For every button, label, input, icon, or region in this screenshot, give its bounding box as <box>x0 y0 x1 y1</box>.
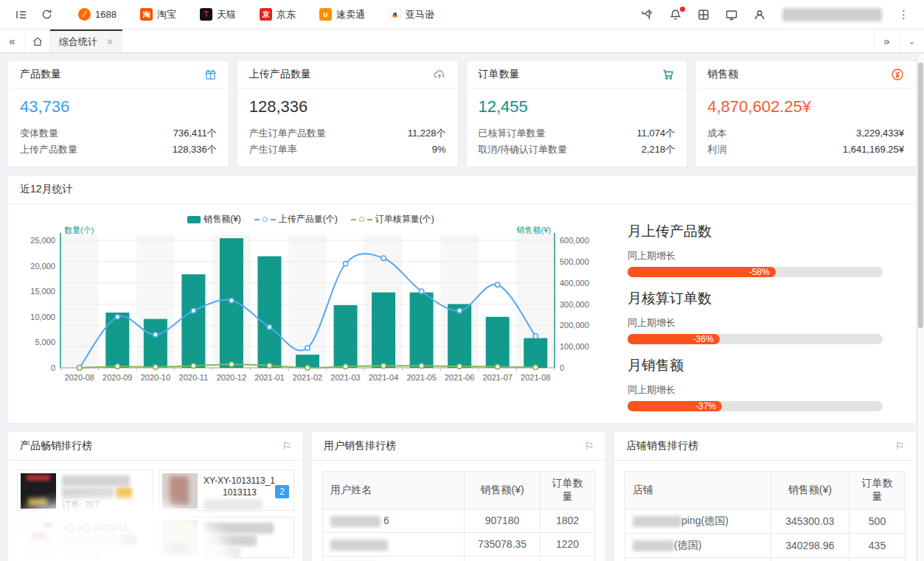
growth-label: 同上期增长 <box>628 316 883 330</box>
table-row[interactable]: WU(德国) 209001.85 266 <box>625 558 906 561</box>
flag-icon[interactable]: ⚐ <box>282 440 291 452</box>
svg-text:500,000: 500,000 <box>560 257 589 266</box>
stat-row-value: 11,228个 <box>408 125 446 142</box>
scrollbar-thumb[interactable] <box>918 63 923 328</box>
svg-text:400,000: 400,000 <box>560 279 589 288</box>
user-sales: 603264.13 <box>464 556 540 561</box>
table-row[interactable]: 735078.35 1220 <box>323 532 595 556</box>
double-chevron-left-icon[interactable]: « <box>0 29 25 52</box>
tab-aliexpress[interactable]: ∪ 速卖通 <box>308 0 377 29</box>
growth-bar-sales: -37% <box>628 401 883 411</box>
monitor-icon[interactable] <box>719 2 744 27</box>
chevron-down-icon[interactable]: ⌄ <box>899 29 924 52</box>
shop-orders: 435 <box>849 534 905 558</box>
stat-card-sales: 销售额 4,870,602.25¥ 成本3,229,433¥ 利润1,641,1… <box>695 60 917 167</box>
notification-bell-icon[interactable] <box>663 2 688 27</box>
stat-row-label: 已核算订单数量 <box>479 125 546 142</box>
legend-item[interactable]: 上传产品量(个) <box>254 213 338 226</box>
shop-name: (德国) <box>674 539 701 551</box>
product-card[interactable] <box>159 517 294 558</box>
stat-row-label: 产生订单率 <box>249 142 297 158</box>
marketplace-tabs: ⁄ 1688 淘 淘宝 T 天猫 京 京东 ∪ 速卖通 a 亚马逊 <box>66 0 446 29</box>
tab-taobao[interactable]: 淘 淘宝 <box>128 0 188 29</box>
svg-text:200,000: 200,000 <box>560 321 589 330</box>
user-name: 6 <box>383 515 389 526</box>
svg-text:2021-02: 2021-02 <box>293 373 322 382</box>
stat-row-value: 736,411个 <box>173 125 217 142</box>
tab-amazon[interactable]: a 亚马逊 <box>377 0 446 29</box>
stat-row-value: 2,218个 <box>642 142 675 158</box>
svg-text:2021-06: 2021-06 <box>445 373 474 382</box>
tab-jd[interactable]: 京 京东 <box>248 0 308 29</box>
product-sku-sub: 1013113 <box>223 487 257 498</box>
stat-cards-row: 产品数量 43,736 变体数量736,411个 上传产品数量128,336个 … <box>7 60 917 167</box>
stat-card-value: 4,870,602.25¥ <box>707 97 904 116</box>
product-sku: XQ-XQ-1003918_ <box>62 523 133 533</box>
shop-sales: 340298.96 <box>771 534 849 558</box>
announcement-icon[interactable] <box>635 2 660 27</box>
user-sales: 907180 <box>464 509 540 533</box>
growth-title-orders: 月核算订单数 <box>628 289 883 308</box>
tab-jd-label: 京东 <box>277 8 296 21</box>
product-ranking-panel: 产品畅销排行榜 ⚐ 订单: 387 <box>7 431 304 561</box>
username-blurred <box>782 8 882 21</box>
notification-red-dot <box>680 7 685 12</box>
tab-comprehensive-stats[interactable]: 综合统计 ✕ <box>50 29 122 52</box>
shop-orders: 500 <box>849 509 905 534</box>
legend-item[interactable]: 订单核算量(个) <box>351 213 434 226</box>
monthly-stats-panel: 近12月统计 销售额(¥)上传产品量(个)订单核算量(个) 0100,00020… <box>7 175 917 424</box>
product-card[interactable]: 订单: 387 <box>17 470 153 511</box>
flag-icon[interactable]: ⚐ <box>895 440 904 452</box>
user-ranking-panel: 用户销售排行榜 ⚐ 用户姓名 销售额(¥) 订单数量 6 <box>311 431 606 561</box>
growth-fill: -36% <box>628 334 720 344</box>
stat-row-label: 上传产品数量 <box>20 142 77 158</box>
growth-fill: -58% <box>628 267 776 277</box>
shop-ranking-panel: 店铺销售排行榜 ⚐ 店铺 销售额(¥) 订单数量 ping(德国) <box>614 431 917 561</box>
table-row[interactable]: ping(德国) 345300.03 500 <box>625 509 906 534</box>
growth-label: 同上期增长 <box>628 383 883 397</box>
collapse-menu-icon[interactable] <box>9 2 34 27</box>
product-cards: 订单: 387 XY-XY-1013113_1 1013113 2 <box>8 461 303 561</box>
stat-card-value: 128,336 <box>249 97 446 116</box>
stat-row-value: 1,641,169.25¥ <box>843 142 904 158</box>
svg-text:2020-08: 2020-08 <box>65 373 94 382</box>
stat-row-label: 产生订单产品数量 <box>249 125 326 142</box>
shop-sales: 345300.03 <box>771 509 849 534</box>
apps-grid-icon[interactable] <box>691 2 716 27</box>
stat-row-label: 利润 <box>707 142 726 158</box>
home-icon[interactable] <box>25 29 50 52</box>
toolbar-right: ⋮ <box>635 2 915 27</box>
stat-card-value: 43,736 <box>20 97 217 116</box>
product-card[interactable]: XY-XY-1013113_1 1013113 2 <box>159 470 294 511</box>
refresh-icon[interactable] <box>34 2 59 27</box>
stat-card-title: 销售额 <box>707 68 738 81</box>
user-icon[interactable] <box>747 2 772 27</box>
double-chevron-right-icon[interactable]: » <box>874 29 899 52</box>
cart-icon <box>661 68 675 81</box>
cloud-upload-icon <box>433 68 446 81</box>
product-card[interactable]: XQ-XQ-1003918_ <box>17 517 153 558</box>
shop-name: ping(德国) <box>681 515 729 526</box>
shop-orders: 266 <box>849 558 905 561</box>
tab-tmall[interactable]: T 天猫 <box>188 0 248 29</box>
product-image <box>162 520 198 556</box>
legend-item[interactable]: 销售额(¥) <box>187 213 241 226</box>
growth-bar-uploads: -58% <box>628 267 883 277</box>
kebab-menu-icon[interactable]: ⋮ <box>892 8 915 21</box>
table-row[interactable]: 55 603264.13 1129 <box>323 556 595 561</box>
bar-line-chart[interactable]: 0100,000200,000300,000400,000500,000600,… <box>13 226 602 401</box>
table-row[interactable]: (德国) 340298.96 435 <box>625 534 906 558</box>
growth-title-uploads: 月上传产品数 <box>628 222 883 241</box>
product-badge: 2 <box>275 485 289 498</box>
col-orders: 订单数量 <box>541 472 595 509</box>
scrollbar[interactable] <box>917 54 924 561</box>
stat-row-value: 128,336个 <box>173 142 217 158</box>
tab-taobao-label: 淘宝 <box>157 8 176 21</box>
tab-1688[interactable]: ⁄ 1688 <box>66 0 128 29</box>
dashboard-page: ⁄ 1688 淘 淘宝 T 天猫 京 京东 ∪ 速卖通 a 亚马逊 <box>0 0 924 561</box>
table-row[interactable]: 6 907180 1802 <box>323 509 595 533</box>
close-icon[interactable]: ✕ <box>106 37 114 47</box>
gift-icon <box>204 69 217 81</box>
col-user-name: 用户姓名 <box>323 472 465 509</box>
flag-icon[interactable]: ⚐ <box>584 440 594 452</box>
